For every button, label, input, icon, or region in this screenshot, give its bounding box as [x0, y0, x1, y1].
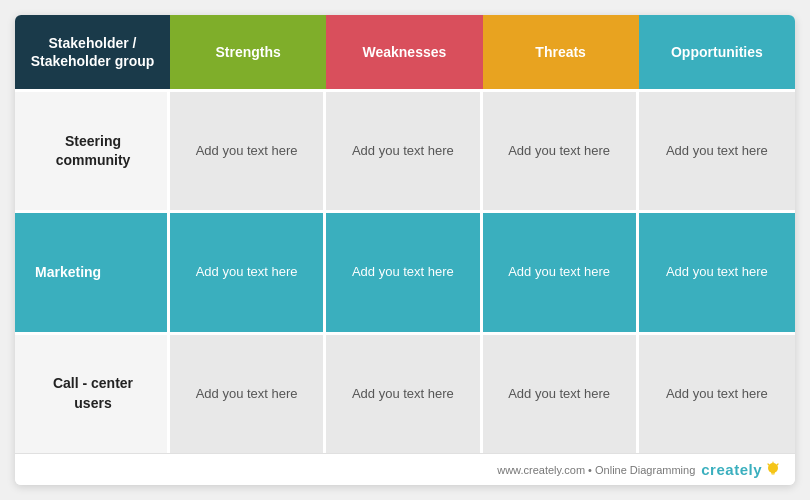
data-rows: Steering community Add you text here Add…: [15, 89, 795, 453]
svg-point-0: [768, 463, 778, 473]
row-label-steering: Steering community: [15, 92, 170, 210]
header-row: Stakeholder / Stakeholder group Strength…: [15, 15, 795, 89]
footer-tagline: www.creately.com • Online Diagramming: [497, 464, 695, 476]
main-card: Stakeholder / Stakeholder group Strength…: [15, 15, 795, 485]
cell-steering-weaknesses[interactable]: Add you text here: [326, 92, 482, 210]
cell-marketing-opportunities[interactable]: Add you text here: [639, 213, 795, 331]
bulb-icon: [765, 461, 781, 477]
cell-marketing-threats[interactable]: Add you text here: [483, 213, 639, 331]
cell-callcenter-opportunities[interactable]: Add you text here: [639, 335, 795, 453]
header-stakeholder: Stakeholder / Stakeholder group: [15, 15, 170, 89]
cell-callcenter-threats[interactable]: Add you text here: [483, 335, 639, 453]
row-callcenter: Call - center users Add you text here Ad…: [15, 332, 795, 453]
row-steering: Steering community Add you text here Add…: [15, 89, 795, 210]
cell-callcenter-weaknesses[interactable]: Add you text here: [326, 335, 482, 453]
footer: www.creately.com • Online Diagramming cr…: [15, 453, 795, 485]
table-wrapper: Stakeholder / Stakeholder group Strength…: [15, 15, 795, 453]
row-label-marketing: Marketing: [15, 213, 170, 331]
svg-line-5: [777, 464, 778, 465]
row-label-callcenter: Call - center users: [15, 335, 170, 453]
cell-steering-threats[interactable]: Add you text here: [483, 92, 639, 210]
cell-marketing-weaknesses[interactable]: Add you text here: [326, 213, 482, 331]
header-threats: Threats: [483, 15, 639, 89]
svg-rect-2: [772, 473, 775, 474]
header-strengths: Strengths: [170, 15, 326, 89]
cell-steering-strengths[interactable]: Add you text here: [170, 92, 326, 210]
cell-marketing-strengths[interactable]: Add you text here: [170, 213, 326, 331]
header-weaknesses: Weaknesses: [326, 15, 482, 89]
cell-steering-opportunities[interactable]: Add you text here: [639, 92, 795, 210]
header-opportunities: Opportunities: [639, 15, 795, 89]
svg-rect-1: [771, 472, 775, 474]
row-marketing: Marketing Add you text here Add you text…: [15, 210, 795, 331]
brand-logo: creately: [701, 461, 762, 478]
svg-line-4: [768, 464, 769, 465]
cell-callcenter-strengths[interactable]: Add you text here: [170, 335, 326, 453]
